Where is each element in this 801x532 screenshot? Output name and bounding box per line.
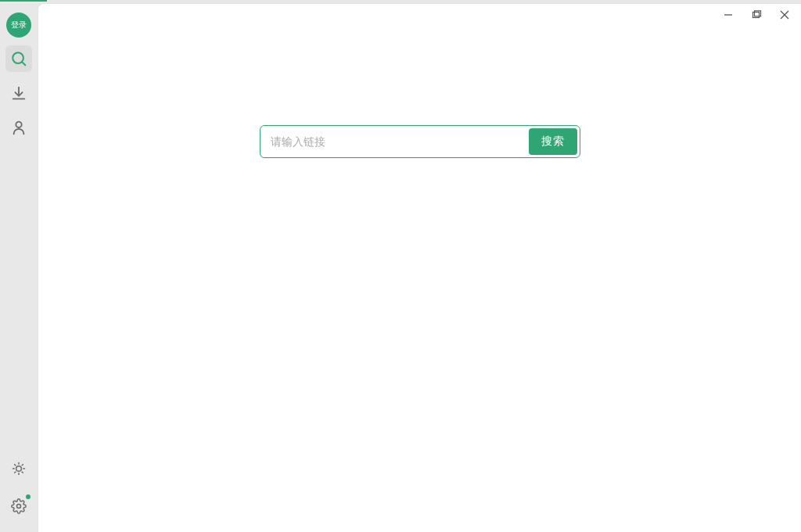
- minimize-icon: [723, 9, 734, 20]
- sidebar-item-settings[interactable]: [5, 493, 32, 519]
- sidebar-item-search[interactable]: [5, 45, 32, 72]
- svg-point-9: [16, 122, 21, 128]
- download-icon: [10, 84, 27, 102]
- close-button[interactable]: [778, 8, 792, 22]
- maximize-icon: [751, 9, 762, 20]
- sidebar-item-downloads[interactable]: [5, 80, 32, 106]
- svg-rect-1: [753, 13, 760, 18]
- minimize-button[interactable]: [721, 8, 735, 22]
- login-button[interactable]: 登录: [6, 13, 31, 38]
- brightness-icon: [11, 461, 27, 476]
- svg-line-6: [22, 62, 25, 65]
- app-window: 登录: [0, 2, 801, 532]
- window-controls: [721, 8, 792, 22]
- sidebar-bottom: [5, 455, 32, 532]
- svg-line-18: [22, 465, 23, 466]
- svg-line-17: [15, 472, 16, 473]
- svg-rect-2: [755, 11, 761, 16]
- main-content: 搜索: [38, 3, 801, 532]
- svg-line-16: [22, 472, 23, 473]
- search-icon: [10, 50, 27, 67]
- search-input[interactable]: [263, 135, 529, 148]
- close-icon: [779, 9, 790, 20]
- person-icon: [10, 119, 27, 136]
- svg-point-19: [17, 505, 21, 509]
- login-label: 登录: [11, 20, 27, 31]
- app-body: 登录: [0, 3, 801, 532]
- search-button[interactable]: 搜索: [529, 128, 577, 155]
- search-container: 搜索: [260, 125, 580, 158]
- sidebar: 登录: [0, 3, 38, 532]
- gear-icon: [11, 498, 27, 514]
- svg-point-10: [16, 466, 22, 472]
- sidebar-item-theme[interactable]: [5, 455, 32, 482]
- sidebar-item-profile[interactable]: [5, 114, 32, 141]
- svg-line-15: [15, 465, 16, 466]
- maximize-button[interactable]: [749, 8, 763, 22]
- notification-dot: [26, 494, 31, 499]
